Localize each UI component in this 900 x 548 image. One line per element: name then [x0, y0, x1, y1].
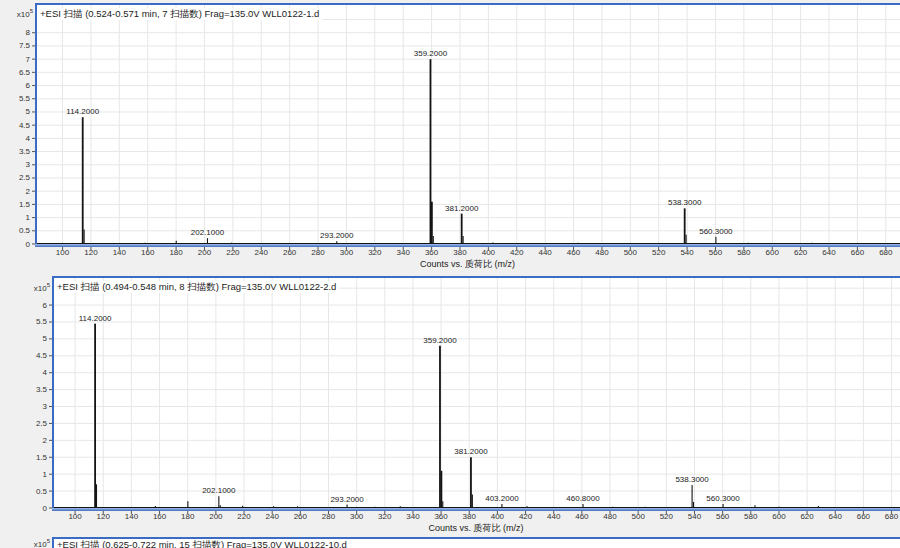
y-tick-label: 0.5	[19, 226, 31, 235]
y-tick-label: 4.5	[36, 351, 48, 360]
spectrum-title-1: +ESI 扫描 (0.524-0.571 min, 7 扫描数) Frag=13…	[37, 8, 322, 20]
x-tick-label: 220	[237, 512, 251, 521]
spectrum-panel-1[interactable]: x105 00.511.522.533.544.555.566.577.5810…	[0, 0, 900, 273]
y-tick-label: 6	[26, 81, 31, 90]
peak-label: 359.2000	[414, 49, 448, 58]
x-tick-label: 620	[794, 248, 808, 257]
peak-label: 114.2000	[66, 107, 99, 116]
x-tick-label: 440	[538, 248, 552, 257]
y-tick-label: 0	[43, 504, 48, 513]
spectrum-panel-3-partial[interactable]: x105 +ESI 扫描 (0.625-0.722 min, 15 扫描数) F…	[0, 537, 900, 548]
y-tick-label: 3	[43, 402, 48, 411]
panel-border-top	[35, 3, 900, 5]
x-tick-label: 160	[141, 248, 155, 257]
y-tick-label: 6.5	[19, 68, 31, 77]
y-tick-label: 0.5	[36, 487, 48, 496]
peak-label: 381.2000	[445, 204, 479, 213]
spectrum-plot-2: 00.511.522.533.544.555.56100120140160180…	[0, 276, 900, 523]
y-tick-label: 2.5	[36, 419, 48, 428]
spectrum-panel-2[interactable]: x105 00.511.522.533.544.555.561001201401…	[0, 276, 900, 536]
panel-border-top	[52, 276, 900, 278]
y-tick-label: 5.5	[19, 94, 31, 103]
x-tick-label: 580	[737, 248, 751, 257]
x-tick-label: 140	[113, 248, 127, 257]
x-tick-label: 460	[567, 248, 581, 257]
peak-label: 560.3000	[706, 494, 740, 503]
x-tick-label: 600	[766, 248, 780, 257]
x-tick-label: 560	[709, 248, 723, 257]
x-tick-label: 140	[125, 512, 139, 521]
peak-label: 359.2000	[423, 336, 457, 345]
x-tick-label: 100	[68, 512, 82, 521]
x-tick-label: 200	[209, 512, 223, 521]
x-tick-label: 380	[453, 248, 467, 257]
y-tick-label: 1	[26, 213, 31, 222]
x-tick-label: 460	[575, 512, 589, 521]
y-tick-label: 7.5	[19, 41, 31, 50]
y-tick-label: 6	[43, 301, 48, 310]
x-tick-label: 180	[169, 248, 183, 257]
x-tick-label: 100	[56, 248, 70, 257]
spectrum-plot-1: 00.511.522.533.544.555.566.577.581001201…	[0, 3, 900, 259]
y-axis-unit-label: x105	[2, 538, 50, 548]
x-tick-label: 500	[624, 248, 638, 257]
y-tick-label: 4	[43, 368, 48, 377]
y-tick-label: 5.5	[36, 317, 48, 326]
x-tick-label: 640	[829, 512, 843, 521]
x-tick-label: 360	[425, 248, 439, 257]
x-tick-label: 640	[822, 248, 836, 257]
y-tick-label: 8	[26, 28, 31, 37]
y-tick-label: 5	[26, 107, 31, 116]
peak-label: 460.8000	[566, 494, 600, 503]
x-tick-label: 260	[283, 248, 297, 257]
x-tick-label: 620	[800, 512, 814, 521]
peak-label: 293.2000	[330, 495, 364, 504]
x-axis-line	[35, 244, 900, 247]
x-tick-label: 240	[266, 512, 280, 521]
x-axis-label-1: Counts vs. 质荷比 (m/z)	[35, 258, 900, 271]
x-tick-label: 220	[226, 248, 240, 257]
x-tick-label: 360	[434, 512, 448, 521]
x-tick-label: 280	[311, 248, 325, 257]
plot-background	[52, 276, 900, 511]
panel-border-left	[52, 276, 54, 511]
x-tick-label: 680	[879, 248, 893, 257]
peak-label: 403.2000	[485, 494, 519, 503]
y-tick-label: 3	[26, 160, 31, 169]
x-tick-label: 120	[97, 512, 111, 521]
x-tick-label: 660	[851, 248, 865, 257]
y-tick-label: 5	[43, 334, 48, 343]
peak-label: 202.1000	[202, 486, 236, 495]
x-axis-label-2: Counts vs. 质荷比 (m/z)	[52, 522, 900, 535]
x-tick-label: 540	[688, 512, 702, 521]
x-tick-label: 660	[857, 512, 871, 521]
x-tick-label: 400	[482, 248, 496, 257]
x-tick-label: 500	[631, 512, 645, 521]
y-tick-label: 7	[26, 55, 31, 64]
x-tick-label: 320	[368, 248, 382, 257]
spectrum-title-3: +ESI 扫描 (0.625-0.722 min, 15 扫描数) Frag=1…	[54, 539, 350, 548]
x-tick-label: 180	[181, 512, 195, 521]
y-tick-label: 3.5	[36, 385, 48, 394]
x-tick-label: 300	[350, 512, 364, 521]
y-tick-label: 2.5	[19, 173, 31, 182]
x-tick-label: 580	[744, 512, 758, 521]
peak-label: 538.3000	[675, 475, 709, 484]
x-tick-label: 260	[294, 512, 308, 521]
y-tick-label: 1	[43, 470, 48, 479]
x-tick-label: 280	[322, 512, 336, 521]
x-tick-label: 600	[772, 512, 786, 521]
x-tick-label: 300	[340, 248, 354, 257]
panel-border-left	[35, 3, 37, 247]
y-unit-base: x10	[34, 540, 47, 548]
x-tick-label: 560	[716, 512, 730, 521]
x-tick-label: 340	[406, 512, 420, 521]
peak-label: 538.3000	[668, 198, 702, 207]
y-tick-label: 2	[26, 187, 31, 196]
x-tick-label: 320	[378, 512, 392, 521]
spectra-view: x105 00.511.522.533.544.555.566.577.5810…	[0, 0, 900, 548]
y-tick-label: 2	[43, 436, 48, 445]
x-tick-label: 680	[885, 512, 899, 521]
y-unit-exponent: 5	[47, 538, 50, 544]
x-tick-label: 520	[652, 248, 666, 257]
